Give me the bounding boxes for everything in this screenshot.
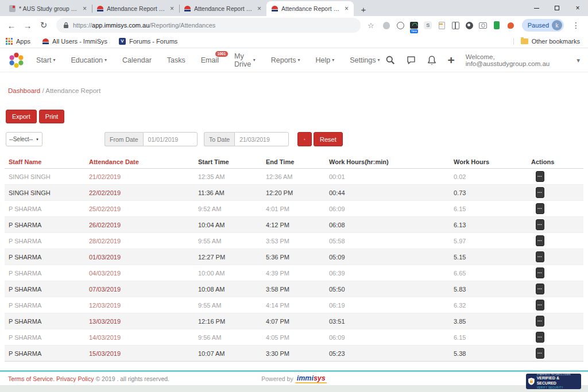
- end-time: 4:39 PM: [262, 270, 325, 277]
- seo-meter-icon[interactable]: New: [410, 21, 419, 30]
- minimize-button[interactable]: [526, 0, 547, 16]
- row-actions-button[interactable]: •••: [536, 203, 544, 214]
- row-actions-button[interactable]: •••: [536, 316, 544, 327]
- close-icon[interactable]: ×: [344, 5, 349, 12]
- attendance-date: 26/02/2019: [85, 222, 194, 228]
- sync-paused-badge[interactable]: Paused k: [522, 19, 564, 32]
- nav-item-help[interactable]: Help▾: [316, 56, 335, 64]
- email-count-badge: 1001: [215, 51, 228, 57]
- tab-aus-study-group[interactable]: * AUS Study group reporting tha ×: [5, 1, 92, 16]
- staff-name: SINGH SINGH: [5, 189, 85, 196]
- search-icon[interactable]: [385, 55, 395, 65]
- bookmarks-bar: Apps All Users - ImmiSys V Forums - Foru…: [0, 34, 588, 48]
- row-actions-button[interactable]: •••: [536, 235, 544, 246]
- row-actions-button[interactable]: •••: [536, 267, 544, 278]
- camera-icon[interactable]: [479, 21, 488, 30]
- staff-name: P SHARMA: [5, 286, 85, 293]
- gear-icon[interactable]: [465, 21, 474, 30]
- bookmark-all-users[interactable]: All Users - ImmiSys: [42, 38, 107, 45]
- staff-name: P SHARMA: [5, 205, 85, 212]
- nav-item-my-drive[interactable]: My Drive▾: [234, 52, 256, 68]
- close-icon[interactable]: ×: [169, 5, 175, 12]
- forward-button[interactable]: →: [21, 21, 34, 30]
- row-actions-button[interactable]: •••: [536, 219, 544, 230]
- close-window-button[interactable]: ×: [567, 0, 588, 16]
- site-footer: Terms of Service. Privacy Policy © 2019 …: [0, 370, 588, 392]
- breadcrumb: Dashboard / Attendance Report: [8, 87, 588, 94]
- skype-icon[interactable]: S: [424, 21, 432, 30]
- browser-menu-icon[interactable]: ⋮: [568, 21, 583, 30]
- grid-icon[interactable]: [451, 21, 460, 30]
- pocket-icon[interactable]: [506, 21, 515, 30]
- row-actions-button[interactable]: •••: [536, 171, 544, 182]
- row-actions-button[interactable]: •••: [536, 284, 544, 294]
- bookmark-forums[interactable]: V Forums - Forums: [119, 38, 177, 45]
- bookmark-star-icon[interactable]: ☆: [368, 21, 374, 30]
- recycle-icon[interactable]: [396, 21, 405, 30]
- table-header-row: Staff NameAttendance DateStart TimeEnd T…: [5, 155, 583, 169]
- to-date-input[interactable]: [234, 132, 289, 146]
- column-header: Actions: [527, 158, 583, 165]
- nav-item-label: Reports: [271, 56, 296, 64]
- verified-secured-badge[interactable]: STARFIELD TECHNOLOGIES VERIFIED & SECURE…: [526, 374, 581, 389]
- tab-attendance-report-active[interactable]: Attendance Report - ImmiSys ×: [266, 1, 354, 16]
- back-button[interactable]: ←: [5, 21, 18, 30]
- export-button[interactable]: Export: [6, 110, 37, 123]
- apps-label: Apps: [16, 38, 30, 45]
- close-icon[interactable]: ×: [257, 5, 262, 12]
- staff-name: P SHARMA: [5, 302, 85, 309]
- row-actions-button[interactable]: •••: [536, 251, 544, 262]
- row-actions-button[interactable]: •••: [536, 332, 544, 343]
- notes-icon[interactable]: [438, 21, 446, 30]
- restore-button[interactable]: [547, 0, 567, 16]
- tab-attendance-report-1[interactable]: Attendance Report - ImmiSys ×: [92, 1, 179, 16]
- footer-strip: [0, 385, 588, 392]
- profile-egg-icon[interactable]: [382, 21, 391, 30]
- attendance-date: 15/03/2019: [85, 350, 194, 357]
- nav-item-settings[interactable]: Settings▾: [350, 56, 380, 64]
- privacy-link[interactable]: Privacy Policy: [56, 375, 94, 382]
- staff-name: P SHARMA: [5, 222, 85, 228]
- profile-avatar[interactable]: k: [552, 20, 562, 30]
- address-bar[interactable]: https://app.immisys.com.au/Reporting/Att…: [56, 18, 361, 33]
- terms-link[interactable]: Terms of Service.: [8, 375, 55, 382]
- close-icon[interactable]: ×: [82, 5, 87, 12]
- nav-item-tasks[interactable]: Tasks: [167, 56, 185, 64]
- search-button[interactable]: [297, 132, 312, 146]
- breadcrumb-dashboard-link[interactable]: Dashboard: [8, 87, 40, 94]
- nav-item-reports[interactable]: Reports▾: [271, 56, 300, 64]
- nav-item-label: Tasks: [167, 56, 185, 64]
- tab-attendance-report-2[interactable]: Attendance Report - ImmiSys ×: [179, 1, 266, 16]
- end-time: 4:01 PM: [262, 205, 325, 212]
- row-actions-button[interactable]: •••: [536, 348, 544, 359]
- other-bookmarks[interactable]: Other bookmarks: [513, 38, 580, 45]
- bell-icon[interactable]: [427, 55, 436, 65]
- row-actions-button[interactable]: •••: [536, 300, 544, 311]
- chat-icon[interactable]: [406, 55, 416, 65]
- chevron-down-icon: ▾: [105, 57, 107, 63]
- table-row: P SHARMA26/02/201910:04 AM4:12 PM06:086.…: [5, 217, 583, 233]
- nav-item-label: Help: [316, 56, 331, 64]
- row-actions-button[interactable]: •••: [536, 187, 544, 198]
- apps-shortcut[interactable]: Apps: [6, 38, 30, 45]
- reload-button[interactable]: ↻: [37, 20, 51, 30]
- restore-icon: [555, 6, 559, 10]
- new-tab-button[interactable]: +: [356, 2, 371, 16]
- nav-item-education[interactable]: Education▾: [71, 56, 107, 64]
- table-row: SINGH SINGH22/02/201911:36 AM12:20 PM00:…: [5, 185, 583, 201]
- reset-button[interactable]: Reset: [314, 132, 343, 146]
- user-menu[interactable]: Welcome, info@ausstudygroup.com.au ▾: [466, 53, 580, 67]
- staff-select[interactable]: --Select-- ▼: [6, 132, 42, 146]
- from-date-input[interactable]: [143, 132, 198, 146]
- plus-icon[interactable]: +: [447, 54, 454, 66]
- immisys-logo: immisys: [296, 374, 327, 383]
- nav-item-calendar[interactable]: Calendar: [122, 56, 152, 64]
- phone-icon[interactable]: [493, 21, 501, 30]
- print-button[interactable]: Print: [39, 110, 65, 123]
- browser-tab-bar: * AUS Study group reporting tha × Attend…: [0, 0, 588, 16]
- work-hours: 0.02: [450, 173, 527, 180]
- nav-item-start[interactable]: Start▾: [36, 56, 55, 64]
- end-time: 12:36 AM: [262, 173, 325, 180]
- nav-item-email[interactable]: Email1001: [201, 56, 219, 64]
- end-time: 3:58 PM: [262, 286, 325, 293]
